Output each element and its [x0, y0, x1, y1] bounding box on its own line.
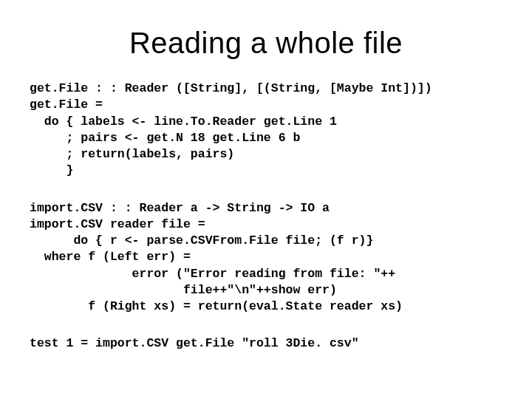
code-block-1: get.File : : Reader ([String], [(String,… — [30, 81, 502, 180]
code-block-2: import.CSV : : Reader a -> String -> IO … — [30, 200, 502, 316]
page-title: Reading a whole file — [30, 27, 502, 60]
code-block-3: test 1 = import.CSV get.File "roll 3Die.… — [30, 335, 502, 352]
slide: Reading a whole file get.File : : Reader… — [0, 0, 532, 399]
